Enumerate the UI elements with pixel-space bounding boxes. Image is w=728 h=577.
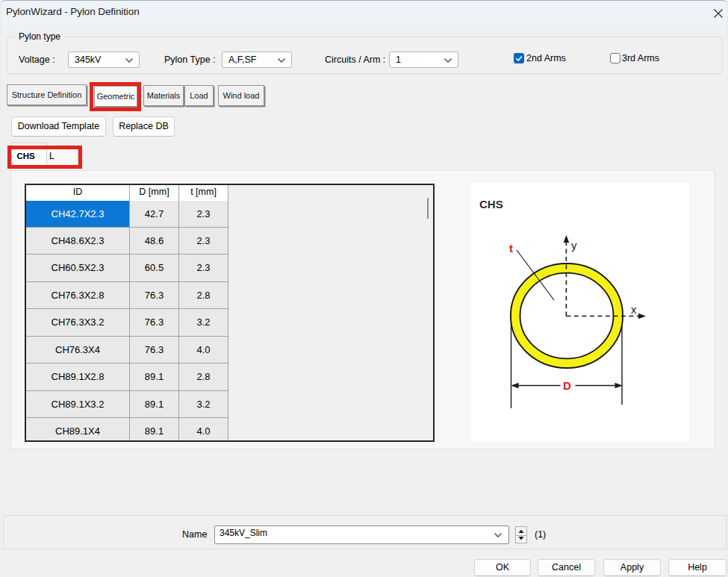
svg-text:y: y: [571, 239, 577, 252]
svg-text:x: x: [631, 303, 637, 316]
svg-text:t: t: [509, 242, 513, 255]
svg-text:D: D: [563, 379, 571, 392]
